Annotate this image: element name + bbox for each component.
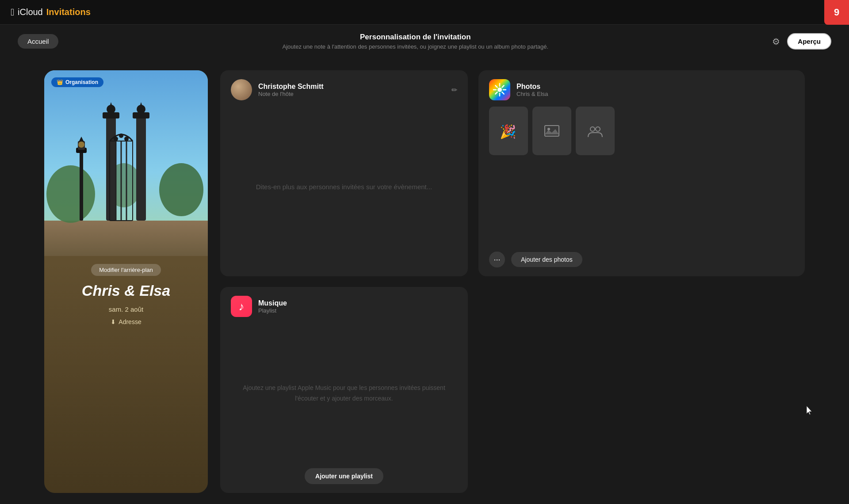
svg-rect-1 [44,221,208,256]
svg-point-37 [590,127,595,131]
photos-footer: ··· Ajouter des photos [489,252,794,267]
add-playlist-button[interactable]: Ajouter une playlist [305,468,383,484]
photo-thumb-2 [532,107,571,155]
notification-badge: 9 [824,0,849,25]
host-name: Christophe Schmitt [258,83,445,91]
svg-rect-20 [80,150,83,221]
svg-point-2 [46,165,95,223]
svg-point-36 [547,128,550,130]
photos-panel-header: Photos Chris & Elsa [489,79,794,100]
crown-icon: 👑 [57,79,63,85]
page-title: Personnalisation de l'invitation [58,33,772,42]
main-content: 👑 Organisation Modifier l'arrière-plan C… [0,58,849,504]
music-app-icon: ♪ [231,296,252,317]
more-options-button[interactable]: ··· [489,252,505,267]
organisation-badge: 👑 Organisation [51,77,103,87]
apple-logo-icon:  [11,7,14,18]
music-panel-header: ♪ Musique Playlist [231,296,457,317]
right-panels: Christophe Schmitt Note de l'hôte ✏ Dite… [220,70,805,493]
page-subtitle: Ajoutez une note à l'attention des perso… [58,43,772,50]
filter-icon[interactable]: ⚙ [772,36,780,47]
avatar-image [231,79,252,100]
svg-rect-35 [545,126,559,136]
event-address: ⬇ Adresse [55,318,197,325]
music-subtitle: Playlist [258,307,457,314]
event-date: sam. 2 août [55,305,197,313]
subheader-left: Accueil [18,34,58,49]
bottom-panels-row: ♪ Musique Playlist Ajoutez une playlist … [220,287,805,493]
svg-line-31 [502,92,504,94]
note-panel: Christophe Schmitt Note de l'hôte ✏ Dite… [220,70,468,276]
svg-line-32 [502,85,504,87]
svg-point-25 [497,88,502,92]
subheader-right: ⚙ Aperçu [772,33,831,50]
photos-thumbnails: 🎉 [489,107,794,155]
top-panels-row: Christophe Schmitt Note de l'hôte ✏ Dite… [220,70,805,276]
photos-title-group: Photos Chris & Elsa [516,83,794,97]
event-title: Chris & Elsa [55,282,197,299]
svg-rect-6 [136,115,146,221]
edit-icon[interactable]: ✏ [451,86,457,94]
note-title-group: Christophe Schmitt Note de l'hôte [258,83,445,97]
note-panel-header: Christophe Schmitt Note de l'hôte ✏ [231,79,457,100]
preview-button[interactable]: Aperçu [787,33,831,50]
photo-thumb-3 [576,107,615,155]
svg-point-24 [78,141,84,148]
photos-subtitle: Chris & Elsa [516,91,794,97]
home-button[interactable]: Accueil [18,34,58,49]
svg-line-30 [495,85,497,87]
svg-point-38 [596,127,600,131]
svg-point-17 [114,137,118,141]
topbar-brand:  iCloud Invitations [11,7,91,18]
note-placeholder[interactable]: Dites-en plus aux personnes invitées sur… [231,107,457,267]
music-placeholder: Ajoutez une playlist Apple Music pour qu… [231,323,457,464]
avatar [231,79,252,100]
icloud-label: iCloud [18,7,43,17]
photos-app-icon [489,79,510,100]
card-body: Modifier l'arrière-plan Chris & Elsa sam… [44,256,208,493]
svg-rect-5 [106,115,116,221]
photos-title: Photos [516,83,794,91]
music-note-icon: ♪ [239,300,245,313]
note-subtitle: Note de l'hôte [258,91,445,97]
subheader: Accueil Personnalisation de l'invitation… [0,25,849,58]
topbar:  iCloud Invitations 9 [0,0,849,25]
svg-point-19 [124,137,129,141]
music-title: Musique [258,299,457,307]
invitations-label: Invitations [46,7,91,17]
invitation-card: 👑 Organisation Modifier l'arrière-plan C… [44,70,208,493]
photos-panel: Photos Chris & Elsa 🎉 ··· [478,70,805,276]
svg-point-3 [159,163,203,216]
card-image: 👑 Organisation [44,70,208,256]
svg-point-18 [119,134,123,138]
music-panel: ♪ Musique Playlist Ajoutez une playlist … [220,287,468,493]
subheader-center: Personnalisation de l'invitation Ajoutez… [58,33,772,50]
svg-line-33 [495,92,497,94]
svg-text:🎉: 🎉 [500,124,516,140]
address-icon: ⬇ [111,318,116,325]
modify-background-button[interactable]: Modifier l'arrière-plan [91,264,161,276]
add-photos-button[interactable]: Ajouter des photos [511,252,582,267]
music-title-group: Musique Playlist [258,299,457,314]
photo-thumb-1: 🎉 [489,107,528,155]
